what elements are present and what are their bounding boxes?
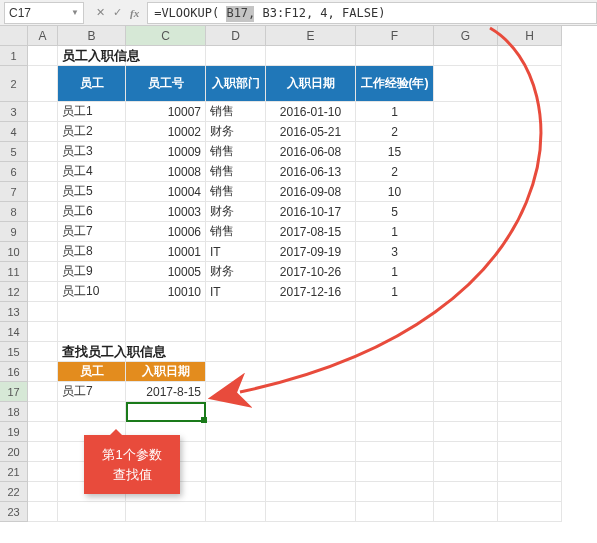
row-header[interactable]: 11 (0, 262, 28, 282)
cell-id[interactable]: 10002 (126, 122, 206, 142)
col-header[interactable]: F (356, 26, 434, 46)
col-header[interactable]: G (434, 26, 498, 46)
cell-dept[interactable]: IT (206, 242, 266, 262)
cell-id[interactable]: 10009 (126, 142, 206, 162)
lookup-emp[interactable]: 员工7 (58, 382, 126, 402)
cell-date[interactable]: 2016-10-17 (266, 202, 356, 222)
cell-emp[interactable]: 员工3 (58, 142, 126, 162)
cell-id[interactable]: 10004 (126, 182, 206, 202)
cell-date[interactable]: 2017-10-26 (266, 262, 356, 282)
cell-exp[interactable]: 1 (356, 262, 434, 282)
cell-dept[interactable]: IT (206, 282, 266, 302)
cell-dept[interactable]: 销售 (206, 222, 266, 242)
row-header[interactable]: 12 (0, 282, 28, 302)
cell-id[interactable]: 10007 (126, 102, 206, 122)
cell-date[interactable]: 2016-06-13 (266, 162, 356, 182)
row-header[interactable]: 16 (0, 362, 28, 382)
cell-dept[interactable]: 财务 (206, 262, 266, 282)
row-header[interactable]: 17 (0, 382, 28, 402)
lookup-date[interactable]: 2017-8-15 (126, 382, 206, 402)
cell-dept[interactable]: 销售 (206, 182, 266, 202)
cell-id[interactable]: 10003 (126, 202, 206, 222)
table-row[interactable]: 员工810001IT2017-09-193 (28, 242, 562, 262)
fx-icon[interactable]: fx (130, 7, 139, 19)
cell-dept[interactable]: 财务 (206, 202, 266, 222)
row-header[interactable]: 21 (0, 462, 28, 482)
row-header[interactable]: 19 (0, 422, 28, 442)
cell-emp[interactable]: 员工9 (58, 262, 126, 282)
col-header[interactable]: H (498, 26, 562, 46)
cell-dept[interactable]: 销售 (206, 142, 266, 162)
cell-exp[interactable]: 3 (356, 242, 434, 262)
row-header[interactable]: 20 (0, 442, 28, 462)
cell-emp[interactable]: 员工8 (58, 242, 126, 262)
cell-exp[interactable]: 1 (356, 222, 434, 242)
cell-date[interactable]: 2016-05-21 (266, 122, 356, 142)
row-header[interactable]: 15 (0, 342, 28, 362)
cell-emp[interactable]: 员工10 (58, 282, 126, 302)
cell-emp[interactable]: 员工6 (58, 202, 126, 222)
cell-date[interactable]: 2017-09-19 (266, 242, 356, 262)
cell-id[interactable]: 10008 (126, 162, 206, 182)
cell-exp[interactable]: 15 (356, 142, 434, 162)
cell-dept[interactable]: 销售 (206, 102, 266, 122)
row-header[interactable]: 22 (0, 482, 28, 502)
cell-date[interactable]: 2016-09-08 (266, 182, 356, 202)
cell-exp[interactable]: 2 (356, 122, 434, 142)
row-header[interactable]: 8 (0, 202, 28, 222)
cell-date[interactable]: 2017-12-16 (266, 282, 356, 302)
col-header[interactable]: B (58, 26, 126, 46)
formula-input[interactable]: =VLOOKUP( B17, B3:F12, 4, FALSE) (147, 2, 597, 24)
cell-exp[interactable]: 2 (356, 162, 434, 182)
table-row[interactable]: 员工1010010IT2017-12-161 (28, 282, 562, 302)
table-row[interactable]: 员工610003财务2016-10-175 (28, 202, 562, 222)
cell-exp[interactable]: 1 (356, 102, 434, 122)
cell-exp[interactable]: 10 (356, 182, 434, 202)
cell-id[interactable]: 10010 (126, 282, 206, 302)
cell-emp[interactable]: 员工7 (58, 222, 126, 242)
table-row[interactable]: 员工110007销售2016-01-101 (28, 102, 562, 122)
row-header[interactable]: 7 (0, 182, 28, 202)
check-icon[interactable]: ✓ (113, 6, 122, 19)
cell-id[interactable]: 10006 (126, 222, 206, 242)
table-row[interactable]: 员工710006销售2017-08-151 (28, 222, 562, 242)
row-header[interactable]: 2 (0, 66, 28, 102)
row-header[interactable]: 9 (0, 222, 28, 242)
cell-emp[interactable]: 员工4 (58, 162, 126, 182)
table-row[interactable]: 员工410008销售2016-06-132 (28, 162, 562, 182)
cell-dept[interactable]: 销售 (206, 162, 266, 182)
row-header[interactable]: 5 (0, 142, 28, 162)
row-header[interactable]: 18 (0, 402, 28, 422)
cell-emp[interactable]: 员工2 (58, 122, 126, 142)
col-header[interactable]: C (126, 26, 206, 46)
col-header[interactable]: D (206, 26, 266, 46)
col-header[interactable]: E (266, 26, 356, 46)
table-row[interactable]: 员工910005财务2017-10-261 (28, 262, 562, 282)
cancel-icon[interactable]: ✕ (96, 6, 105, 19)
cell-emp[interactable]: 员工5 (58, 182, 126, 202)
cell-date[interactable]: 2017-08-15 (266, 222, 356, 242)
chevron-down-icon[interactable]: ▼ (71, 8, 79, 17)
name-box[interactable]: C17 ▼ (4, 2, 84, 24)
cell-id[interactable]: 10001 (126, 242, 206, 262)
row-header[interactable]: 6 (0, 162, 28, 182)
cell-dept[interactable]: 财务 (206, 122, 266, 142)
row-header[interactable]: 23 (0, 502, 28, 522)
cell-id[interactable]: 10005 (126, 262, 206, 282)
cell-date[interactable]: 2016-01-10 (266, 102, 356, 122)
cell-date[interactable]: 2016-06-08 (266, 142, 356, 162)
cell-emp[interactable]: 员工1 (58, 102, 126, 122)
cell-exp[interactable]: 1 (356, 282, 434, 302)
table-row[interactable]: 员工510004销售2016-09-0810 (28, 182, 562, 202)
row-header[interactable]: 4 (0, 122, 28, 142)
row-header[interactable]: 1 (0, 46, 28, 66)
table-row[interactable]: 员工310009销售2016-06-0815 (28, 142, 562, 162)
row-header[interactable]: 14 (0, 322, 28, 342)
row-header[interactable]: 10 (0, 242, 28, 262)
row-header[interactable]: 13 (0, 302, 28, 322)
col-header[interactable]: A (28, 26, 58, 46)
row-header[interactable]: 3 (0, 102, 28, 122)
select-all-corner[interactable] (0, 26, 28, 46)
cell-exp[interactable]: 5 (356, 202, 434, 222)
table-row[interactable]: 员工210002财务2016-05-212 (28, 122, 562, 142)
